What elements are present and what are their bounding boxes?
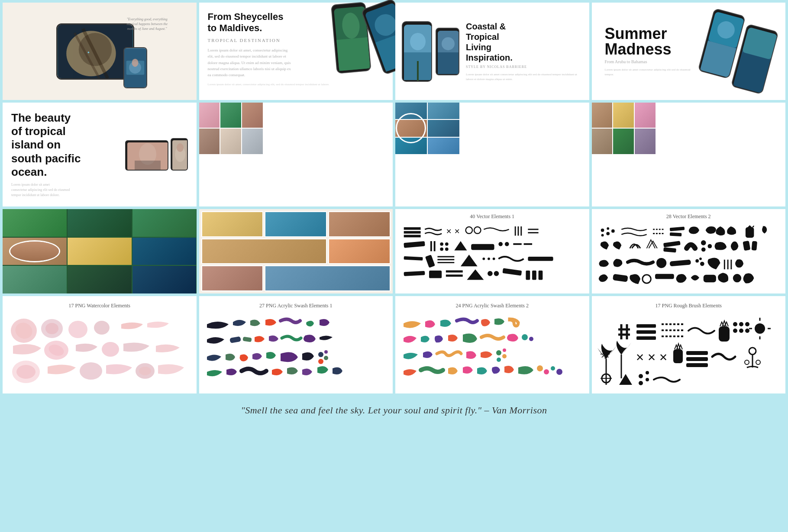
photo-beach-sand [395,120,427,136]
cell-r1c3: Coastal &TropicalLivingInspiration. STYL… [395,3,589,100]
svg-point-103 [701,240,706,245]
photo-tropical-1 [592,103,613,128]
svg-point-91 [607,227,609,230]
svg-point-59 [440,242,443,246]
main-grid: ✦ "Everything good, everything magical h… [0,0,788,396]
tablet-quote: "Everything good, everything magical hap… [126,17,169,32]
svg-rect-157 [636,330,656,334]
beach-collage [199,209,393,293]
cell-r3c1 [3,209,197,293]
phone-small-mockup [123,47,147,88]
svg-rect-79 [404,271,425,276]
sheycelles-subtitle: tropical destination [208,38,329,43]
svg-rect-44 [404,227,421,230]
cell-r1c2: From Sheycelles to Maldives. tropical de… [199,3,393,100]
photo-tropical-5 [613,129,634,154]
vector-elements-2-label: 28 Vector Elements 2 [666,213,711,220]
tablet-container: ✦ "Everything good, everything magical h… [48,15,152,88]
svg-rect-86 [502,268,522,276]
svg-point-120 [733,274,741,282]
svg-text:✕: ✕ [636,352,644,363]
portrait-circle-container [3,238,67,265]
coastal-text: Coastal &TropicalLivingInspiration. STYL… [466,21,583,81]
coastal-body: Lorem ipsum dolor sit amet consectetur a… [466,72,583,81]
svg-point-163 [733,322,737,326]
footer: "Smell the sea and feel the sky. Let you… [0,396,788,425]
rough-brush-label: 17 PNG Rough Brush Elements [656,303,722,309]
summer-madness-title: SummerMadness [605,26,698,57]
footer-quote: "Smell the sea and feel the sky. Let you… [241,405,547,416]
svg-rect-39 [135,161,161,170]
svg-rect-107 [751,241,757,251]
sheycelles-title: From Sheycelles to Maldives. [208,11,329,34]
svg-point-132 [80,362,102,380]
collage-5 [328,239,391,264]
svg-point-125 [68,321,87,338]
svg-point-90 [601,229,604,232]
rough-brush-svg: ✳ ✕ ✕ ✕ [597,316,779,387]
svg-text:✕: ✕ [647,352,656,363]
summer-madness-text: SummerMadness From Aruba to Bahamas Lore… [605,26,698,77]
beauty-heading: The beautyof tropicalisland onsouth paci… [11,111,121,179]
collage-4 [201,239,327,264]
watercolor-elements-svg [9,316,191,387]
svg-point-186 [756,360,760,364]
svg-rect-179 [673,349,683,363]
photo-tropical-6 [635,129,656,154]
svg-rect-118 [655,274,674,279]
photo-tropical-4 [592,129,613,154]
beauty-devices [125,138,188,171]
cell-r1c1: ✦ "Everything good, everything magical h… [3,3,197,100]
svg-point-165 [745,322,749,326]
svg-point-108 [656,258,666,268]
photo-ocean-aerial [428,120,459,136]
svg-point-49 [466,227,473,234]
svg-point-124 [45,323,58,334]
cell-r4c2: 27 PNG Acrylic Swash Elements 1 [199,296,393,393]
svg-rect-46 [404,235,421,237]
svg-point-93 [601,234,604,236]
svg-marker-100 [747,225,754,227]
watercolor-label: 17 PNG Watercolor Elements [69,303,130,309]
dg-item-8 [68,266,132,293]
dg-item-6 [132,238,197,265]
svg-rect-135 [229,336,241,343]
cell-r3c3: 40 Vector Elements 1 ✕ ✕ [395,209,589,293]
coastal-phone-small [436,28,459,75]
svg-point-191 [639,374,643,378]
sheycelles-extra: Lorem ipsum dolor sit amet, consectetur … [208,83,329,87]
svg-text:✕: ✕ [659,352,668,363]
svg-point-26 [442,37,455,50]
beauty-body: Lorem ipsum dolor sit ametconsectetur ad… [11,182,121,198]
svg-point-117 [642,275,650,283]
collage-3 [328,211,391,237]
vector-elements-2-svg [596,224,782,289]
sheycelles-content: From Sheycelles to Maldives. tropical de… [208,11,329,91]
svg-point-145 [497,358,501,362]
svg-point-126 [94,321,110,335]
coastal-phone-large [402,21,432,82]
photo-wave-2 [428,138,459,154]
summer-madness-sub: From Aruba to Bahamas [605,59,698,64]
svg-rect-97 [669,226,685,231]
summer-phones [696,8,780,94]
dg-item-7 [3,266,67,293]
svg-rect-102 [663,247,676,252]
photo-wave-1 [428,103,459,119]
svg-point-92 [611,229,614,233]
beauty-tablet [125,140,168,171]
acrylic-swash-2-svg [401,316,583,387]
cell-r2c3 [395,103,589,206]
svg-rect-156 [636,324,656,328]
dg-item-3 [132,209,197,237]
dg-item-2 [68,209,132,237]
svg-point-50 [474,227,481,234]
vector-elements-1-svg: ✕ ✕ [400,224,585,289]
svg-point-85 [494,271,499,276]
circle-overlay [396,113,426,143]
svg-point-21 [410,33,426,50]
tablet-screen-art: ✦ [58,25,133,78]
svg-rect-101 [663,241,680,247]
svg-point-194 [646,371,649,374]
svg-point-104 [707,244,712,248]
